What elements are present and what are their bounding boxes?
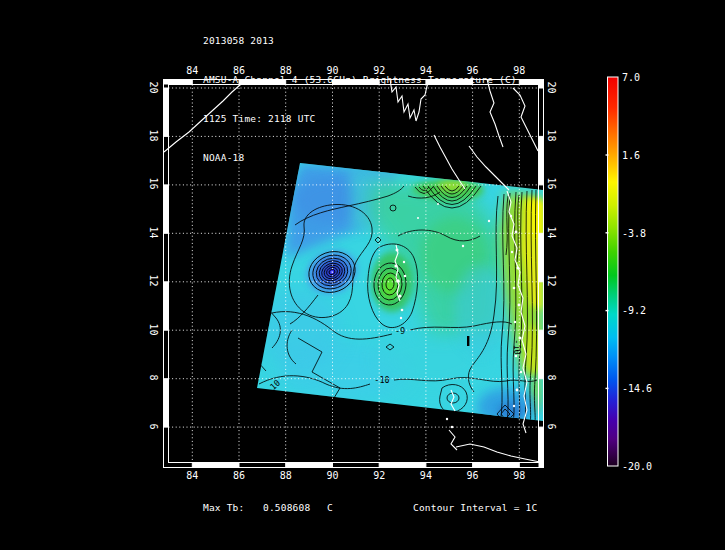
- title-satellite-line: NOAA-18: [203, 151, 517, 164]
- y-tick-label-left: 16: [148, 172, 159, 196]
- colorbar: [606, 77, 619, 466]
- title-block: 2013058 2013 AMSU-A Channel 4 (53.6GHz) …: [203, 8, 517, 190]
- max-tb-value: 0.508608: [263, 502, 310, 513]
- x-tick-label-bottom: 84: [180, 470, 204, 481]
- max-tb-unit: C: [327, 502, 333, 513]
- x-tick-label-bottom: 98: [507, 470, 531, 481]
- y-tick-label-left: 10: [148, 317, 159, 341]
- y-tick-label-right: 16: [546, 172, 557, 196]
- x-tick-label-top: 84: [180, 65, 204, 76]
- x-tick-label-bottom: 90: [320, 470, 344, 481]
- y-tick-label-left: 6: [148, 414, 159, 438]
- y-tick-label-right: 12: [546, 269, 557, 293]
- x-tick-label-bottom: 86: [227, 470, 251, 481]
- x-tick-label-top: 90: [320, 65, 344, 76]
- colorbar-tick-label: -3.8: [622, 228, 646, 239]
- x-tick-label-bottom: 96: [461, 470, 485, 481]
- x-tick-label-top: 88: [274, 65, 298, 76]
- y-tick-label-right: 8: [546, 366, 557, 390]
- y-tick-label-right: 6: [546, 414, 557, 438]
- contour-label: -9: [395, 326, 405, 336]
- contour-label: -10: [374, 375, 389, 385]
- contour-label: -10: [512, 339, 522, 354]
- y-tick-label-left: 18: [148, 123, 159, 147]
- y-tick-label-right: 14: [546, 220, 557, 244]
- colorbar-tick-label: -20.0: [622, 461, 652, 472]
- x-tick-label-bottom: 94: [414, 470, 438, 481]
- title-time-line: 1125 Time: 2118 UTC: [203, 112, 517, 125]
- x-tick-label-bottom: 88: [274, 470, 298, 481]
- x-tick-label-top: 86: [227, 65, 251, 76]
- max-tb-label: Max Tb:: [203, 502, 244, 513]
- y-tick-label-right: 10: [546, 317, 557, 341]
- colorbar-tick-label: -9.2: [622, 305, 646, 316]
- y-tick-label-left: 8: [148, 366, 159, 390]
- x-tick-label-top: 94: [414, 65, 438, 76]
- x-tick-label-top: 92: [367, 65, 391, 76]
- contour-mark: [467, 336, 469, 346]
- y-tick-label-right: 18: [546, 123, 557, 147]
- x-tick-label-top: 96: [461, 65, 485, 76]
- x-tick-label-top: 98: [507, 65, 531, 76]
- x-tick-label-bottom: 92: [367, 470, 391, 481]
- y-tick-label-right: 20: [546, 75, 557, 99]
- colorbar-tick-label: 7.0: [622, 72, 640, 83]
- satellite-brightness-temperature-plot: -9-1010-10: [0, 0, 725, 550]
- y-tick-label-left: 20: [148, 75, 159, 99]
- contour-interval-label: Contour Interval = 1C: [413, 502, 537, 513]
- colorbar-tick-label: -14.6: [622, 383, 652, 394]
- colorbar-tick-label: 1.6: [622, 150, 640, 161]
- title-date-line: 2013058 2013: [203, 34, 517, 47]
- y-tick-label-left: 12: [148, 269, 159, 293]
- y-tick-label-left: 14: [148, 220, 159, 244]
